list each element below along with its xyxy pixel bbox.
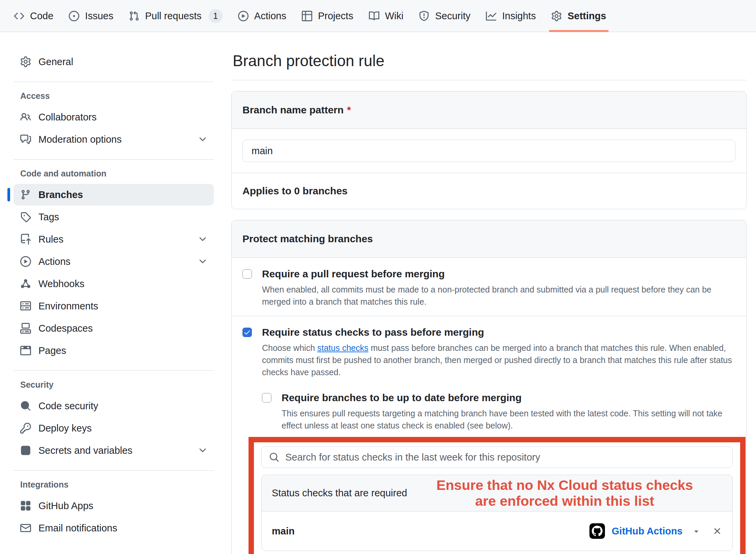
sidebar-item-label: Rules [38, 234, 63, 245]
repo-push-icon [20, 234, 31, 245]
tab-pull-requests[interactable]: Pull requests 1 [121, 0, 230, 32]
sidebar-item-email-notifications[interactable]: Email notifications [13, 517, 214, 539]
sidebar-divider [13, 82, 214, 82]
sidebar-item-label: Branches [38, 189, 83, 200]
search-icon [269, 452, 279, 462]
require-up-to-date-label: Require branches to be up to date before… [282, 392, 735, 404]
branch-name-pattern-input-section [232, 129, 746, 173]
sidebar-divider [13, 370, 214, 371]
status-checks-link[interactable]: status checks [317, 343, 368, 353]
browser-icon [20, 345, 31, 356]
tab-code[interactable]: Code [6, 0, 61, 32]
sidebar-item-label: Actions [38, 256, 70, 267]
webhook-icon [20, 278, 31, 289]
annotation-text: Ensure that no Nx Cloud status checks ar… [407, 477, 722, 509]
required-status-checks-label: Status checks that are required [272, 488, 407, 499]
server-icon [20, 301, 31, 311]
github-mark-icon [592, 526, 603, 536]
require-up-to-date-description: This ensures pull requests targeting a m… [282, 407, 735, 432]
sidebar-item-deploy-keys[interactable]: Deploy keys [13, 417, 214, 439]
check-icon [243, 329, 251, 336]
required-status-checks-header: Status checks that are required Ensure t… [262, 475, 732, 511]
graph-icon [486, 11, 496, 21]
sidebar-item-general[interactable]: General [13, 51, 214, 73]
option-require-status-checks: Require status checks to pass before mer… [232, 316, 746, 554]
status-checks-sub-block: Require branches to be up to date before… [262, 392, 735, 554]
require-status-checks-checkbox[interactable] [242, 328, 252, 337]
issue-opened-icon [69, 11, 79, 21]
annotation-line-2: are enforced within this list [407, 493, 722, 509]
sidebar-item-actions[interactable]: Actions [13, 251, 214, 272]
require-status-checks-description: Choose which status checks must pass bef… [262, 342, 735, 378]
sidebar-item-webhooks[interactable]: Webhooks [13, 273, 214, 295]
sidebar-item-github-apps[interactable]: GitHub Apps [13, 495, 214, 517]
chevron-down-icon [198, 134, 208, 144]
table-icon [302, 11, 312, 21]
chevron-down-icon [198, 234, 208, 244]
require-up-to-date-checkbox[interactable] [262, 393, 271, 403]
tab-wiki[interactable]: Wiki [361, 0, 411, 32]
remove-status-check-icon[interactable] [712, 526, 722, 536]
key-icon [20, 423, 31, 434]
sidebar-item-tags[interactable]: Tags [13, 206, 214, 228]
tab-actions[interactable]: Actions [230, 0, 294, 32]
branch-name-pattern-header: Branch name pattern* [232, 91, 746, 129]
tab-issues[interactable]: Issues [61, 0, 121, 32]
codespaces-icon [20, 323, 31, 334]
triangle-down-icon[interactable] [692, 527, 701, 535]
require-pull-request-label: Require a pull request before merging [262, 268, 735, 280]
tag-icon [20, 212, 31, 222]
repo-nav: Code Issues Pull requests 1 Actions Proj… [0, 0, 756, 32]
tab-label: Settings [568, 10, 606, 22]
sidebar-item-code-security[interactable]: Code security [13, 395, 214, 417]
tab-security[interactable]: Security [411, 0, 478, 32]
branch-name-pattern-label: Branch name pattern [242, 104, 344, 115]
mail-icon [20, 523, 31, 533]
sidebar-item-label: Webhooks [38, 278, 85, 289]
pull-requests-count-badge: 1 [209, 9, 223, 23]
play-icon [20, 256, 31, 267]
sidebar-item-label: Codespaces [38, 323, 93, 334]
tab-settings[interactable]: Settings [544, 0, 614, 32]
sidebar-section-access: Access [20, 91, 214, 101]
gear-icon [551, 11, 562, 21]
branch-name-pattern-card: Branch name pattern* Applies to 0 branch… [231, 91, 747, 209]
branch-name-pattern-input[interactable] [242, 140, 735, 162]
sidebar-item-rules[interactable]: Rules [13, 228, 214, 250]
sidebar-item-pages[interactable]: Pages [13, 340, 214, 361]
tab-label: Projects [318, 10, 353, 22]
sidebar-item-collaborators[interactable]: Collaborators [13, 106, 214, 128]
main-content: Branch protection rule Branch name patte… [223, 32, 756, 554]
tab-label: Code [30, 10, 53, 22]
sidebar-section-code-and-automation: Code and automation [20, 169, 214, 178]
sidebar-item-codespaces[interactable]: Codespaces [13, 317, 214, 339]
require-pull-request-description: When enabled, all commits must be made t… [262, 283, 735, 308]
codescan-icon [20, 400, 31, 411]
git-pull-request-icon [129, 11, 139, 21]
people-icon [20, 112, 31, 122]
sidebar-section-integrations: Integrations [20, 480, 214, 490]
sidebar-item-branches[interactable]: Branches [13, 184, 214, 205]
annotation-line-1: Ensure that no Nx Cloud status checks [407, 477, 722, 493]
option-require-pull-request: Require a pull request before merging Wh… [232, 258, 746, 316]
sidebar-item-label: GitHub Apps [38, 500, 93, 511]
protect-matching-branches-header: Protect matching branches [232, 220, 746, 258]
sidebar-item-label: General [38, 56, 73, 67]
tab-projects[interactable]: Projects [294, 0, 361, 32]
tab-label: Issues [85, 10, 113, 22]
status-check-name: main [272, 526, 295, 537]
protect-matching-branches-card: Protect matching branches Require a pull… [231, 220, 747, 554]
github-actions-app-link[interactable]: GitHub Actions [612, 526, 682, 537]
sidebar-item-label: Pages [38, 345, 66, 356]
tab-insights[interactable]: Insights [478, 0, 544, 32]
applies-to-branches-text: Applies to 0 branches [232, 173, 746, 209]
sidebar-item-label: Code security [38, 400, 98, 412]
active-tab-underline [549, 30, 608, 32]
require-pull-request-checkbox[interactable] [242, 269, 252, 279]
tab-label: Actions [254, 10, 286, 22]
git-branch-icon [20, 189, 31, 200]
sidebar-item-secrets-and-variables[interactable]: Secrets and variables [13, 440, 214, 461]
status-checks-search-input[interactable]: Search for status checks in the last wee… [261, 446, 733, 468]
sidebar-item-moderation-options[interactable]: Moderation options [13, 129, 214, 150]
sidebar-item-environments[interactable]: Environments [13, 295, 214, 317]
